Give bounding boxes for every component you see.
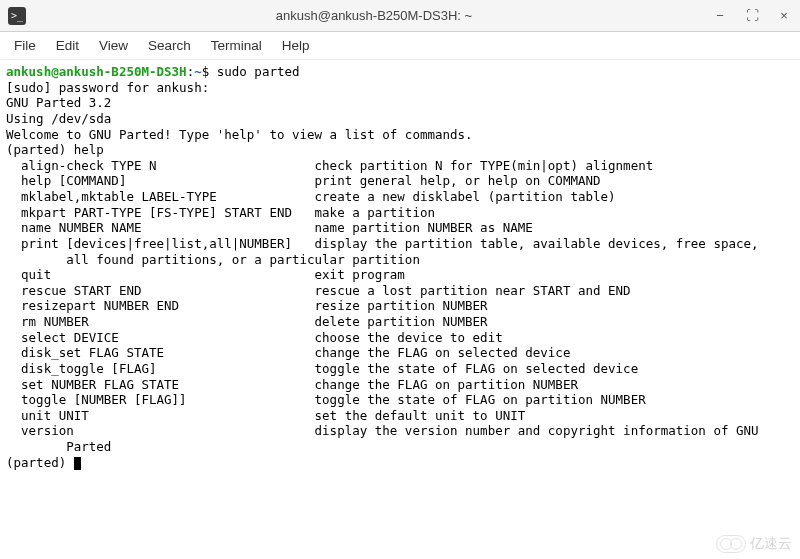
menu-search[interactable]: Search <box>140 36 199 55</box>
menu-terminal[interactable]: Terminal <box>203 36 270 55</box>
menu-edit[interactable]: Edit <box>48 36 87 55</box>
window-title: ankush@ankush-B250M-DS3H: ~ <box>36 8 712 23</box>
minimize-button[interactable]: − <box>712 8 728 23</box>
watermark-logo-icon <box>716 535 746 553</box>
window-controls: − ⛶ × <box>712 8 792 23</box>
terminal-output[interactable]: ankush@ankush-B250M-DS3H:~$ sudo parted … <box>0 60 800 474</box>
maximize-button[interactable]: ⛶ <box>744 8 760 23</box>
terminal-cursor <box>74 457 81 470</box>
titlebar: >_ ankush@ankush-B250M-DS3H: ~ − ⛶ × <box>0 0 800 32</box>
menu-file[interactable]: File <box>6 36 44 55</box>
menu-view[interactable]: View <box>91 36 136 55</box>
menubar: File Edit View Search Terminal Help <box>0 32 800 60</box>
menu-help[interactable]: Help <box>274 36 318 55</box>
terminal-app-icon: >_ <box>8 7 26 25</box>
watermark-text: 亿速云 <box>750 535 792 553</box>
watermark: 亿速云 <box>716 535 792 553</box>
close-button[interactable]: × <box>776 8 792 23</box>
